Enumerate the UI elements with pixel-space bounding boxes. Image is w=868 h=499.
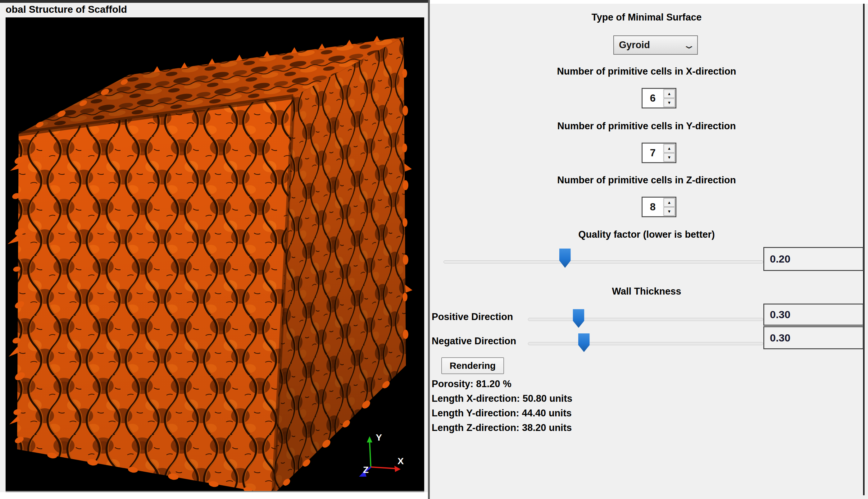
cells-y-label: Number of primitive cells in Y-direction	[430, 121, 863, 132]
negative-direction-slider[interactable]	[528, 333, 763, 353]
cells-z-decrement-button[interactable]: ▼	[664, 207, 675, 216]
surface-type-label: Type of Minimal Surface	[430, 12, 863, 23]
cells-x-spin-buttons: ▲ ▼	[663, 89, 675, 108]
cells-x-label: Number of primitive cells in X-direction	[430, 66, 863, 77]
positive-value: 0.30	[770, 308, 790, 321]
x-axis-label: X	[397, 456, 404, 466]
x-axis-arrow-icon	[394, 466, 401, 472]
length-x-result: Length X-direction: 50.80 units	[432, 393, 572, 404]
positive-value-field[interactable]: 0.30	[763, 304, 864, 326]
cells-z-spinner: 8 ▲ ▼	[642, 197, 677, 217]
cells-y-spin-buttons: ▲ ▼	[663, 144, 675, 162]
cells-x-value[interactable]: 6	[643, 89, 663, 108]
up-arrow-icon: ▲	[667, 200, 671, 205]
wall-thickness-label: Wall Thickness	[430, 286, 863, 297]
viewport-title: obal Structure of Scaffold	[5, 4, 127, 15]
down-arrow-icon: ▼	[667, 155, 671, 159]
negative-value: 0.30	[770, 332, 790, 344]
porosity-result: Porosity: 81.20 %	[432, 378, 511, 390]
scaffold-3d-viewport[interactable]: Y X Z	[5, 17, 424, 492]
app-window: obal Structure of Scaffold	[0, 0, 868, 499]
rendering-button[interactable]: Rendering	[441, 357, 504, 374]
length-z-result: Length Z-direction: 38.20 units	[432, 422, 572, 434]
cells-z-value[interactable]: 8	[643, 198, 663, 216]
negative-slider-track[interactable]	[528, 342, 763, 345]
cells-y-value[interactable]: 7	[643, 144, 663, 162]
length-y-result: Length Y-direction: 44.40 units	[432, 407, 572, 419]
cells-z-spin-buttons: ▲ ▼	[663, 198, 675, 216]
quality-slider-thumb[interactable]	[559, 248, 571, 268]
cells-z-increment-button[interactable]: ▲	[664, 198, 675, 207]
positive-direction-label: Positive Direction	[432, 311, 513, 322]
up-arrow-icon: ▲	[667, 146, 671, 150]
scaffold-3d-render[interactable]: Y X Z	[5, 17, 424, 491]
chevron-down-icon: ⌄	[682, 40, 696, 51]
quality-slider[interactable]	[444, 248, 763, 268]
y-axis-arrow-icon	[367, 436, 372, 442]
axis-triad: Y X Z	[359, 432, 404, 477]
cells-z-label: Number of primitive cells in Z-direction	[430, 175, 863, 186]
positive-slider-track[interactable]	[528, 318, 763, 321]
viewport-frame-top-border	[0, 0, 430, 3]
up-arrow-icon: ▲	[667, 92, 671, 96]
quality-value: 0.20	[770, 253, 790, 265]
cells-y-increment-button[interactable]: ▲	[664, 144, 675, 153]
z-axis-label: Z	[363, 464, 369, 475]
quality-value-field[interactable]: 0.20	[763, 247, 864, 271]
cells-y-decrement-button[interactable]: ▼	[664, 153, 675, 161]
down-arrow-icon: ▼	[667, 209, 671, 214]
cells-x-decrement-button[interactable]: ▼	[664, 98, 675, 107]
quality-slider-track[interactable]	[444, 260, 763, 264]
y-axis-label: Y	[376, 432, 382, 442]
cells-y-spinner: 7 ▲ ▼	[642, 143, 677, 163]
surface-type-value: Gyroid	[619, 39, 650, 51]
positive-slider-thumb[interactable]	[573, 309, 584, 328]
positive-direction-slider[interactable]	[528, 309, 763, 328]
negative-value-field[interactable]: 0.30	[763, 326, 864, 349]
cells-x-increment-button[interactable]: ▲	[664, 89, 675, 98]
negative-slider-thumb[interactable]	[578, 333, 590, 352]
down-arrow-icon: ▼	[667, 101, 671, 105]
cells-x-spinner: 6 ▲ ▼	[642, 88, 677, 108]
negative-direction-label: Negative Direction	[432, 336, 516, 347]
quality-factor-label: Quality factor (lower is better)	[430, 229, 863, 240]
surface-type-dropdown[interactable]: Gyroid ⌄	[613, 35, 698, 55]
